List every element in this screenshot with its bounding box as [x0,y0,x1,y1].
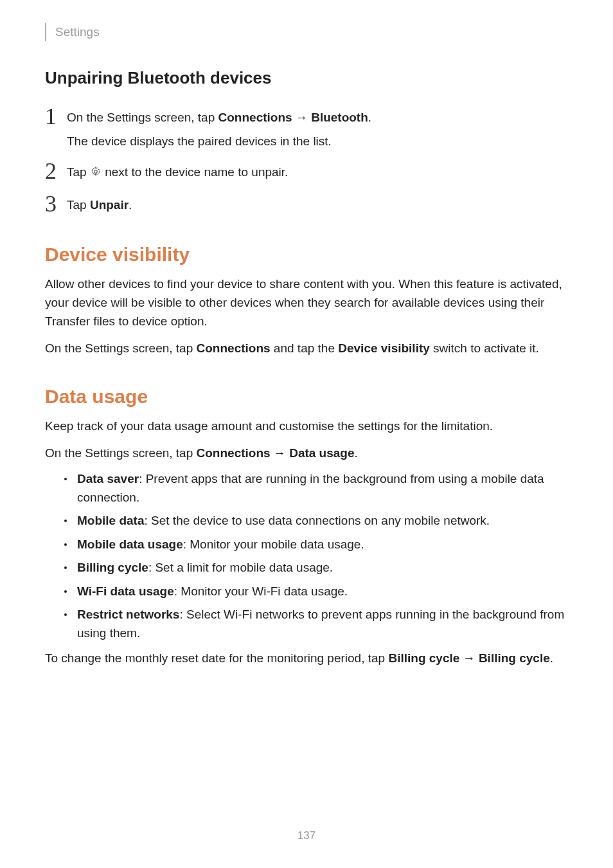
step-body: On the Settings screen, tap Connections … [67,105,568,150]
step-number: 1 [45,105,67,128]
paragraph: Allow other devices to find your device … [45,275,568,331]
bullet-icon [64,613,67,616]
step-number: 3 [45,192,67,215]
step-2: 2 Tap next to the device name to unpair. [45,159,568,183]
steps-list: 1 On the Settings screen, tap Connection… [45,105,568,215]
header-rule [45,23,46,41]
list-text: Billing cycle: Set a limit for mobile da… [77,559,568,577]
page-header: Settings [45,23,568,41]
bullet-icon [64,543,67,546]
gear-icon [90,165,102,183]
paragraph: On the Settings screen, tap Connections … [45,339,568,357]
step-body: Tap next to the device name to unpair. [67,159,568,183]
paragraph: On the Settings screen, tap Connections … [45,444,568,462]
step-number: 2 [45,159,67,183]
section-title-visibility: Device visibility [45,244,568,266]
bullet-icon [64,478,67,480]
list-text: Mobile data: Set the device to use data … [77,512,568,530]
step-1: 1 On the Settings screen, tap Connection… [45,105,568,150]
bullet-list: Data saver: Prevent apps that are runnin… [45,470,568,642]
list-item: Mobile data usage: Monitor your mobile d… [64,536,568,554]
step-subtext: The device displays the paired devices i… [67,132,568,151]
bullet-icon [64,590,67,593]
list-item: Wi-Fi data usage: Monitor your Wi-Fi dat… [64,583,568,601]
bullet-icon [64,566,67,569]
list-item: Data saver: Prevent apps that are runnin… [64,470,568,507]
section-title-datausage: Data usage [45,386,568,408]
list-item: Mobile data: Set the device to use data … [64,512,568,530]
paragraph: To change the monthly reset date for the… [45,649,568,667]
list-text: Mobile data usage: Monitor your mobile d… [77,536,568,554]
bullet-icon [64,520,67,522]
step-3: 3 Tap Unpair. [45,192,568,215]
list-item: Restrict networks: Select Wi-Fi networks… [64,606,568,642]
list-text: Data saver: Prevent apps that are runnin… [77,470,568,507]
step-body: Tap Unpair. [67,192,568,215]
step-text: On the Settings screen, tap Connections … [67,111,371,124]
list-text: Restrict networks: Select Wi-Fi networks… [77,606,568,642]
page-number: 137 [0,829,613,842]
list-text: Wi-Fi data usage: Monitor your Wi-Fi dat… [77,583,568,601]
section-title-unpairing: Unpairing Bluetooth devices [45,68,568,88]
paragraph: Keep track of your data usage amount and… [45,417,568,435]
svg-point-0 [94,170,98,174]
page-content: Settings Unpairing Bluetooth devices 1 O… [0,0,613,668]
breadcrumb: Settings [55,25,100,39]
list-item: Billing cycle: Set a limit for mobile da… [64,559,568,577]
